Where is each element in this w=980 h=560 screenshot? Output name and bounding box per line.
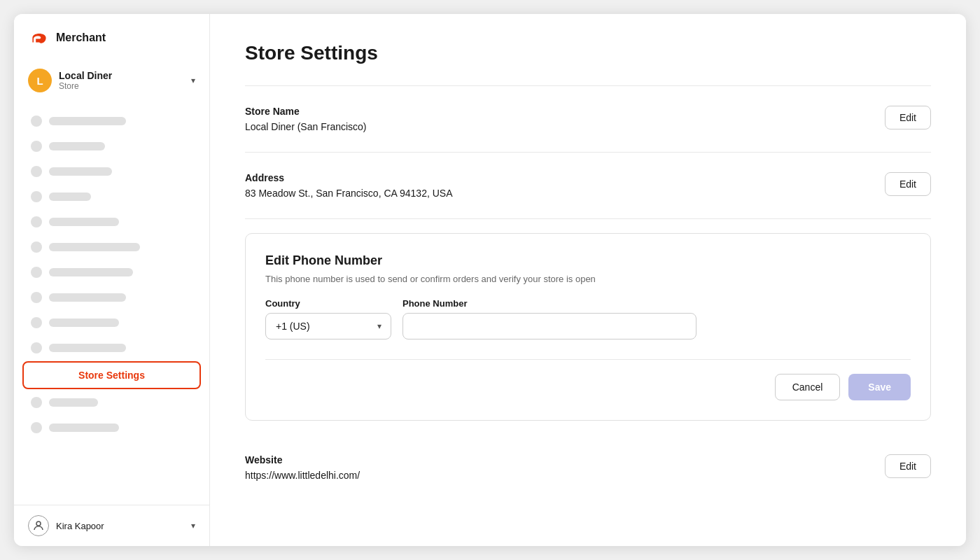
doordash-logo: Merchant xyxy=(28,27,106,49)
store-type: Store xyxy=(59,81,184,91)
website-edit-button[interactable]: Edit xyxy=(885,454,931,478)
list-item[interactable] xyxy=(25,336,198,360)
page-title: Store Settings xyxy=(245,42,931,64)
store-name-content: Store Name Local Diner (San Francisco) xyxy=(245,106,871,132)
list-item[interactable] xyxy=(25,260,198,284)
list-item[interactable] xyxy=(25,235,198,259)
sidebar: Merchant L Local Diner Store ▾ xyxy=(14,14,210,546)
nav-label-placeholder xyxy=(49,167,112,176)
nav-label-placeholder xyxy=(49,117,126,125)
store-name-edit-button[interactable]: Edit xyxy=(885,106,931,130)
nav-label-placeholder xyxy=(49,268,133,276)
nav-icon-placeholder xyxy=(31,397,42,408)
store-name-value: Local Diner (San Francisco) xyxy=(245,121,871,132)
phone-number-label: Phone Number xyxy=(402,298,696,309)
nav-skeleton-bottom xyxy=(14,391,209,440)
list-item[interactable] xyxy=(25,210,198,234)
website-row: Website https://www.littledelhi.com/ Edi… xyxy=(245,454,931,481)
nav-skeleton xyxy=(14,109,209,360)
list-item[interactable] xyxy=(25,391,198,414)
chevron-down-icon: ▾ xyxy=(191,521,195,531)
phone-edit-description: This phone number is used to send or con… xyxy=(265,274,911,284)
phone-edit-card: Edit Phone Number This phone number is u… xyxy=(245,233,931,421)
store-avatar: L xyxy=(28,69,52,92)
nav-label-placeholder xyxy=(49,142,105,150)
country-field-group: Country +1 (US) +44 (UK) +61 (AU) ▾ xyxy=(265,298,391,340)
chevron-down-icon: ▾ xyxy=(191,76,195,85)
nav-label-placeholder xyxy=(49,218,119,226)
cancel-button[interactable]: Cancel xyxy=(775,374,841,400)
nav-icon-placeholder xyxy=(31,241,42,253)
app-title: Merchant xyxy=(56,31,106,44)
address-value: 83 Meadow St., San Francisco, CA 94132, … xyxy=(245,188,871,199)
user-name: Kira Kapoor xyxy=(56,521,184,531)
list-item[interactable] xyxy=(25,109,198,133)
store-selector[interactable]: L Local Diner Store ▾ xyxy=(14,59,209,102)
list-item[interactable] xyxy=(25,185,198,209)
nav-label-placeholder xyxy=(49,344,126,352)
user-icon xyxy=(32,519,45,532)
phone-field-group: Phone Number xyxy=(402,298,696,340)
list-item[interactable] xyxy=(25,311,198,335)
store-name-label: Store Name xyxy=(245,106,871,117)
phone-fields-row: Country +1 (US) +44 (UK) +61 (AU) ▾ Phon… xyxy=(265,298,911,340)
address-row: Address 83 Meadow St., San Francisco, CA… xyxy=(245,153,931,219)
doordash-logo-icon xyxy=(28,27,50,49)
address-edit-button[interactable]: Edit xyxy=(885,172,931,196)
nav-icon-placeholder xyxy=(31,166,42,177)
address-content: Address 83 Meadow St., San Francisco, CA… xyxy=(245,172,871,199)
store-name: Local Diner xyxy=(59,70,184,81)
nav-icon-placeholder xyxy=(31,115,42,127)
sidebar-item-store-settings[interactable]: Store Settings xyxy=(22,361,201,389)
nav-icon-placeholder xyxy=(31,317,42,328)
website-content: Website https://www.littledelhi.com/ xyxy=(245,454,360,481)
user-avatar xyxy=(28,515,49,536)
country-select[interactable]: +1 (US) +44 (UK) +61 (AU) xyxy=(265,313,391,340)
nav-icon-placeholder xyxy=(31,141,42,152)
list-item[interactable] xyxy=(25,286,198,309)
save-button[interactable]: Save xyxy=(848,374,911,400)
phone-number-input[interactable] xyxy=(402,313,696,340)
sidebar-header: Merchant xyxy=(14,14,209,59)
nav-icon-placeholder xyxy=(31,191,42,202)
store-name-row: Store Name Local Diner (San Francisco) E… xyxy=(245,86,931,153)
nav-icon-placeholder xyxy=(31,216,42,227)
nav-label-placeholder xyxy=(49,424,119,432)
list-item[interactable] xyxy=(25,160,198,183)
nav-icon-placeholder xyxy=(31,342,42,354)
sidebar-footer[interactable]: Kira Kapoor ▾ xyxy=(14,505,209,546)
country-select-wrapper[interactable]: +1 (US) +44 (UK) +61 (AU) ▾ xyxy=(265,313,391,340)
nav-label-placeholder xyxy=(49,398,98,407)
store-info: Local Diner Store xyxy=(59,70,184,91)
list-item[interactable] xyxy=(25,416,198,440)
app-container: Merchant L Local Diner Store ▾ xyxy=(14,14,966,546)
nav-label-placeholder xyxy=(49,192,91,201)
card-actions: Cancel Save xyxy=(265,359,911,400)
nav-icon-placeholder xyxy=(31,422,42,433)
website-section: Website https://www.littledelhi.com/ Edi… xyxy=(245,435,931,481)
website-label: Website xyxy=(245,454,360,465)
main-content: Store Settings Store Name Local Diner (S… xyxy=(210,14,966,546)
sidebar-item-label: Store Settings xyxy=(78,370,145,381)
nav-label-placeholder xyxy=(49,243,140,251)
nav-label-placeholder xyxy=(49,293,126,302)
nav-label-placeholder xyxy=(49,318,119,327)
phone-edit-title: Edit Phone Number xyxy=(265,253,911,268)
website-value: https://www.littledelhi.com/ xyxy=(245,470,360,481)
sidebar-nav: Store Settings xyxy=(14,102,209,505)
address-label: Address xyxy=(245,172,871,183)
nav-icon-placeholder xyxy=(31,267,42,278)
list-item[interactable] xyxy=(25,134,198,158)
nav-icon-placeholder xyxy=(31,292,42,303)
country-label: Country xyxy=(265,298,391,309)
svg-point-0 xyxy=(36,522,41,526)
